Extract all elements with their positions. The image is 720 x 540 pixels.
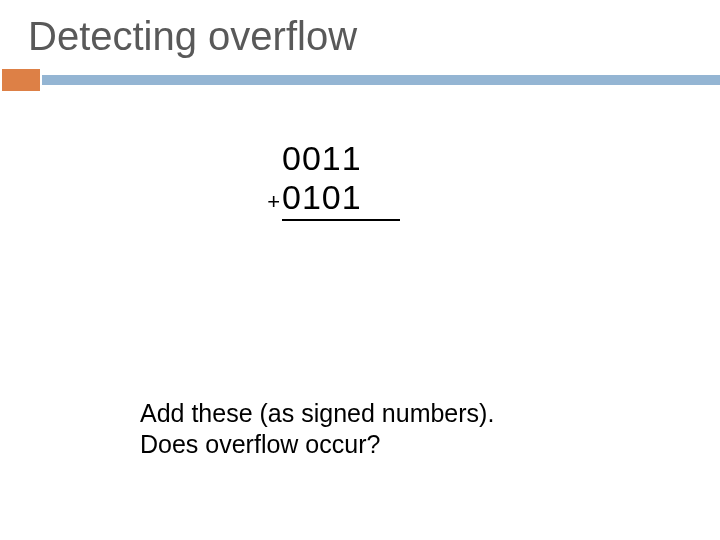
horizontal-rule xyxy=(42,75,720,85)
operand-row-1: 0011 xyxy=(256,139,720,178)
operand-2: 0101 xyxy=(282,178,362,217)
slide: Detecting overflow 0011 + 0101 Add these… xyxy=(0,0,720,540)
prompt-line-2: Does overflow occur? xyxy=(140,429,494,460)
plus-sign: + xyxy=(256,189,280,214)
slide-title: Detecting overflow xyxy=(0,0,720,65)
title-rule xyxy=(0,69,720,91)
sum-rule-row xyxy=(256,217,720,221)
prompt-line-1: Add these (as signed numbers). xyxy=(140,398,494,429)
binary-addition: 0011 + 0101 xyxy=(256,139,720,221)
operand-1: 0011 xyxy=(282,139,362,178)
prompt-text: Add these (as signed numbers). Does over… xyxy=(140,398,494,461)
sum-underline xyxy=(282,219,400,221)
operand-row-2: + 0101 xyxy=(256,178,720,217)
accent-block xyxy=(0,67,42,93)
